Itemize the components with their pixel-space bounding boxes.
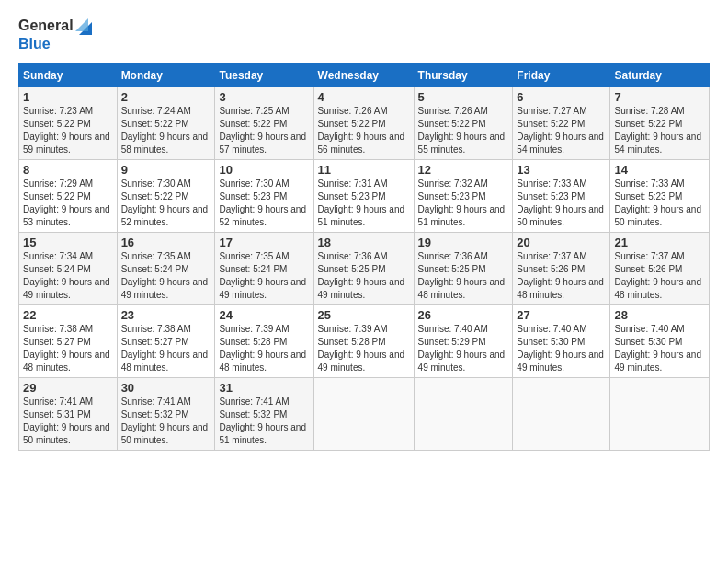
calendar-cell: 29 Sunrise: 7:41 AMSunset: 5:31 PMDaylig… [19,377,118,450]
day-number: 11 [318,163,410,177]
calendar-cell: 25 Sunrise: 7:39 AMSunset: 5:28 PMDaylig… [313,304,414,377]
calendar-cell: 28 Sunrise: 7:40 AMSunset: 5:30 PMDaylig… [610,304,710,377]
calendar-cell: 10 Sunrise: 7:30 AMSunset: 5:23 PMDaylig… [215,159,313,232]
day-detail: Sunrise: 7:35 AMSunset: 5:24 PMDaylight:… [121,250,211,302]
day-detail: Sunrise: 7:25 AMSunset: 5:22 PMDaylight:… [219,105,309,156]
day-number: 1 [23,90,113,104]
day-number: 29 [23,381,113,395]
day-number: 26 [418,308,509,322]
day-number: 4 [318,90,410,104]
calendar-week-row: 22 Sunrise: 7:38 AMSunset: 5:27 PMDaylig… [19,304,710,377]
day-number: 28 [614,308,705,322]
calendar-cell: 23 Sunrise: 7:38 AMSunset: 5:27 PMDaylig… [117,304,215,377]
calendar-cell: 8 Sunrise: 7:29 AMSunset: 5:22 PMDayligh… [19,159,118,232]
calendar-cell: 11 Sunrise: 7:31 AMSunset: 5:23 PMDaylig… [313,159,414,232]
svg-marker-1 [75,18,88,31]
calendar-cell: 31 Sunrise: 7:41 AMSunset: 5:32 PMDaylig… [215,377,313,450]
day-number: 16 [121,236,211,249]
calendar-cell: 27 Sunrise: 7:40 AMSunset: 5:30 PMDaylig… [513,304,610,377]
day-detail: Sunrise: 7:24 AMSunset: 5:22 PMDaylight:… [121,105,211,156]
calendar-weekday-thursday: Thursday [414,63,513,86]
day-number: 24 [219,308,309,322]
day-detail: Sunrise: 7:38 AMSunset: 5:27 PMDaylight:… [23,323,113,374]
calendar-cell: 13 Sunrise: 7:33 AMSunset: 5:23 PMDaylig… [513,159,610,232]
day-detail: Sunrise: 7:40 AMSunset: 5:30 PMDaylight:… [517,323,606,374]
calendar-cell: 21 Sunrise: 7:37 AMSunset: 5:26 PMDaylig… [610,232,710,304]
calendar-cell: 12 Sunrise: 7:32 AMSunset: 5:23 PMDaylig… [414,159,513,232]
calendar-cell: 5 Sunrise: 7:26 AMSunset: 5:22 PMDayligh… [414,86,513,159]
calendar-cell: 19 Sunrise: 7:36 AMSunset: 5:25 PMDaylig… [414,232,513,304]
day-number: 14 [614,163,705,177]
day-detail: Sunrise: 7:33 AMSunset: 5:23 PMDaylight:… [517,178,606,229]
calendar-weekday-friday: Friday [513,63,610,86]
day-detail: Sunrise: 7:39 AMSunset: 5:28 PMDaylight:… [219,323,309,374]
day-detail: Sunrise: 7:40 AMSunset: 5:30 PMDaylight:… [614,323,705,374]
calendar-cell: 4 Sunrise: 7:26 AMSunset: 5:22 PMDayligh… [313,86,414,159]
day-detail: Sunrise: 7:38 AMSunset: 5:27 PMDaylight:… [121,323,211,374]
day-detail: Sunrise: 7:30 AMSunset: 5:23 PMDaylight:… [219,178,309,229]
day-number: 22 [23,308,113,322]
calendar-cell: 7 Sunrise: 7:28 AMSunset: 5:22 PMDayligh… [610,86,710,159]
calendar-cell: 26 Sunrise: 7:40 AMSunset: 5:29 PMDaylig… [414,304,513,377]
day-number: 2 [121,90,211,104]
calendar-cell: 3 Sunrise: 7:25 AMSunset: 5:22 PMDayligh… [215,86,313,159]
day-detail: Sunrise: 7:30 AMSunset: 5:22 PMDaylight:… [121,178,211,229]
calendar: SundayMondayTuesdayWednesdayThursdayFrid… [18,63,710,451]
day-detail: Sunrise: 7:33 AMSunset: 5:23 PMDaylight:… [614,178,705,229]
day-number: 12 [418,163,509,177]
calendar-weekday-tuesday: Tuesday [215,63,313,86]
header: General Blue [18,17,710,52]
day-number: 30 [121,381,211,395]
day-number: 5 [418,90,509,104]
day-number: 15 [23,236,113,249]
calendar-cell [414,377,513,450]
day-number: 23 [121,308,211,322]
calendar-cell: 9 Sunrise: 7:30 AMSunset: 5:22 PMDayligh… [117,159,215,232]
day-detail: Sunrise: 7:26 AMSunset: 5:22 PMDaylight:… [418,105,509,156]
calendar-week-row: 8 Sunrise: 7:29 AMSunset: 5:22 PMDayligh… [19,159,710,232]
logo-text: General Blue [18,17,92,52]
calendar-cell: 1 Sunrise: 7:23 AMSunset: 5:22 PMDayligh… [19,86,118,159]
calendar-cell [313,377,414,450]
calendar-week-row: 15 Sunrise: 7:34 AMSunset: 5:24 PMDaylig… [19,232,710,304]
day-detail: Sunrise: 7:26 AMSunset: 5:22 PMDaylight:… [318,105,410,156]
day-detail: Sunrise: 7:32 AMSunset: 5:23 PMDaylight:… [418,178,509,229]
day-number: 8 [23,163,113,177]
day-detail: Sunrise: 7:29 AMSunset: 5:22 PMDaylight:… [23,178,113,229]
day-number: 27 [517,308,606,322]
day-number: 17 [219,236,309,249]
calendar-cell: 2 Sunrise: 7:24 AMSunset: 5:22 PMDayligh… [117,86,215,159]
day-detail: Sunrise: 7:40 AMSunset: 5:29 PMDaylight:… [418,323,509,374]
calendar-body: 1 Sunrise: 7:23 AMSunset: 5:22 PMDayligh… [19,86,710,450]
day-detail: Sunrise: 7:23 AMSunset: 5:22 PMDaylight:… [23,105,113,156]
day-number: 7 [614,90,705,104]
day-detail: Sunrise: 7:41 AMSunset: 5:32 PMDaylight:… [121,396,211,447]
calendar-week-row: 1 Sunrise: 7:23 AMSunset: 5:22 PMDayligh… [19,86,710,159]
calendar-cell: 20 Sunrise: 7:37 AMSunset: 5:26 PMDaylig… [513,232,610,304]
day-detail: Sunrise: 7:28 AMSunset: 5:22 PMDaylight:… [614,105,705,156]
calendar-cell: 30 Sunrise: 7:41 AMSunset: 5:32 PMDaylig… [117,377,215,450]
logo-triangle-icon [75,18,92,35]
day-number: 6 [517,90,606,104]
page: General Blue SundayMondayTuesdayWednesda… [0,0,728,462]
day-number: 21 [614,236,705,249]
calendar-cell: 15 Sunrise: 7:34 AMSunset: 5:24 PMDaylig… [19,232,118,304]
day-number: 13 [517,163,606,177]
calendar-cell: 6 Sunrise: 7:27 AMSunset: 5:22 PMDayligh… [513,86,610,159]
day-detail: Sunrise: 7:41 AMSunset: 5:32 PMDaylight:… [219,396,309,447]
calendar-cell: 14 Sunrise: 7:33 AMSunset: 5:23 PMDaylig… [610,159,710,232]
calendar-cell: 24 Sunrise: 7:39 AMSunset: 5:28 PMDaylig… [215,304,313,377]
calendar-cell: 22 Sunrise: 7:38 AMSunset: 5:27 PMDaylig… [19,304,118,377]
day-detail: Sunrise: 7:41 AMSunset: 5:31 PMDaylight:… [23,396,113,447]
calendar-cell: 17 Sunrise: 7:35 AMSunset: 5:24 PMDaylig… [215,232,313,304]
calendar-header-row: SundayMondayTuesdayWednesdayThursdayFrid… [19,63,710,86]
day-detail: Sunrise: 7:34 AMSunset: 5:24 PMDaylight:… [23,250,113,302]
calendar-week-row: 29 Sunrise: 7:41 AMSunset: 5:31 PMDaylig… [19,377,710,450]
calendar-weekday-sunday: Sunday [19,63,118,86]
calendar-cell: 18 Sunrise: 7:36 AMSunset: 5:25 PMDaylig… [313,232,414,304]
day-number: 19 [418,236,509,249]
day-number: 10 [219,163,309,177]
day-number: 20 [517,236,606,249]
day-detail: Sunrise: 7:37 AMSunset: 5:26 PMDaylight:… [614,250,705,302]
calendar-cell: 16 Sunrise: 7:35 AMSunset: 5:24 PMDaylig… [117,232,215,304]
